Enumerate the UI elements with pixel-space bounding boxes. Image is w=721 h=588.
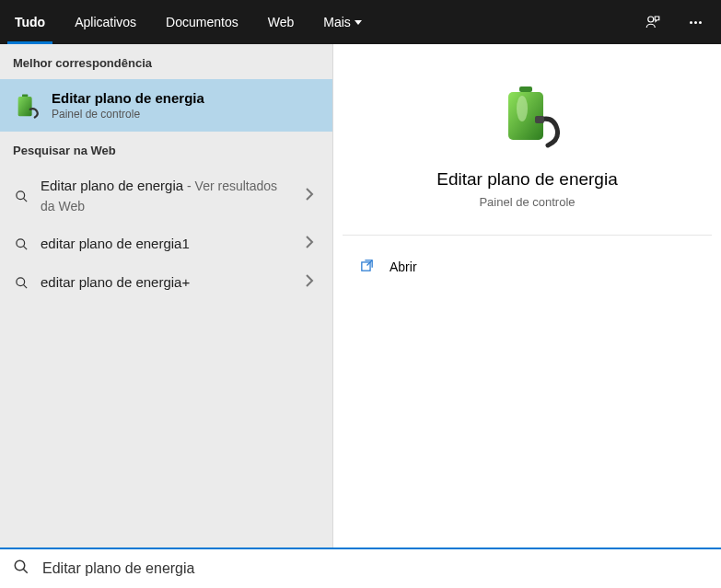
best-match-item[interactable]: Editar plano de energia Painel de contro… xyxy=(0,79,332,132)
chevron-right-icon[interactable] xyxy=(299,236,320,251)
svg-rect-1 xyxy=(22,94,28,97)
power-plan-large-icon xyxy=(494,83,561,153)
tab-mais[interactable]: Mais xyxy=(308,0,377,44)
tab-label: Documentos xyxy=(166,15,238,29)
more-options-icon[interactable] xyxy=(677,4,714,40)
feedback-icon[interactable] xyxy=(634,4,671,40)
svg-line-13 xyxy=(23,569,28,573)
web-result-label: editar plano de energia+ xyxy=(41,274,190,290)
svg-point-12 xyxy=(15,560,25,571)
detail-actions: Abrir xyxy=(343,236,712,298)
header-bar: Tudo Aplicativos Documentos Web Mais xyxy=(0,0,721,44)
tab-tudo[interactable]: Tudo xyxy=(0,0,60,44)
svg-point-0 xyxy=(648,17,654,22)
open-icon xyxy=(359,258,375,276)
header-actions xyxy=(634,4,721,40)
tab-label: Aplicativos xyxy=(75,15,136,29)
search-icon xyxy=(13,559,29,579)
svg-rect-10 xyxy=(535,116,544,123)
tab-web[interactable]: Web xyxy=(253,0,309,44)
detail-pane: Editar plano de energia Painel de contro… xyxy=(343,53,712,538)
open-action-label: Abrir xyxy=(390,259,417,274)
chevron-down-icon xyxy=(355,20,362,25)
detail-title: Editar plano de energia xyxy=(436,169,617,190)
svg-line-7 xyxy=(23,284,27,288)
web-result-item[interactable]: editar plano de energia1 xyxy=(0,225,332,263)
tab-label: Mais xyxy=(323,15,351,29)
web-result-text: editar plano de energia1 xyxy=(41,234,288,254)
svg-point-6 xyxy=(17,278,25,286)
web-result-item[interactable]: Editar plano de energia - Ver resultados… xyxy=(0,167,332,225)
search-icon xyxy=(15,236,29,251)
detail-subtitle: Painel de controle xyxy=(479,195,575,209)
best-match-title: Editar plano de energia xyxy=(52,90,204,106)
tab-documentos[interactable]: Documentos xyxy=(151,0,253,44)
tab-label: Tudo xyxy=(15,15,45,29)
detail-header: Editar plano de energia Painel de contro… xyxy=(343,83,712,236)
search-bar xyxy=(0,548,721,588)
header-tabs: Tudo Aplicativos Documentos Web Mais xyxy=(0,0,634,44)
svg-point-2 xyxy=(17,191,25,200)
svg-line-3 xyxy=(23,198,27,202)
svg-point-9 xyxy=(517,96,528,121)
content-body: Melhor correspondência Editar plano d xyxy=(0,44,721,548)
results-pane: Melhor correspondência Editar plano d xyxy=(0,44,333,548)
web-search-header: Pesquisar na Web xyxy=(0,132,332,167)
web-result-item[interactable]: editar plano de energia+ xyxy=(0,263,332,302)
power-plan-icon xyxy=(13,92,41,120)
search-icon xyxy=(15,274,29,290)
best-match-text: Editar plano de energia Painel de contro… xyxy=(52,90,204,121)
chevron-right-icon[interactable] xyxy=(299,274,320,290)
best-match-subtitle: Painel de controle xyxy=(52,108,204,121)
chevron-right-icon[interactable] xyxy=(299,188,320,203)
tab-aplicativos[interactable]: Aplicativos xyxy=(60,0,151,44)
open-action[interactable]: Abrir xyxy=(357,252,697,282)
web-result-text: Editar plano de energia - Ver resultados… xyxy=(41,176,288,215)
svg-line-5 xyxy=(23,247,27,250)
web-result-label: Editar plano de energia xyxy=(41,178,183,193)
search-icon xyxy=(15,188,29,203)
tab-label: Web xyxy=(268,15,295,29)
web-result-text: editar plano de energia+ xyxy=(41,272,288,293)
svg-point-4 xyxy=(17,239,25,248)
svg-rect-8 xyxy=(519,86,532,92)
search-input[interactable] xyxy=(42,560,712,577)
web-result-label: editar plano de energia1 xyxy=(41,236,190,251)
best-match-header: Melhor correspondência xyxy=(0,44,332,79)
